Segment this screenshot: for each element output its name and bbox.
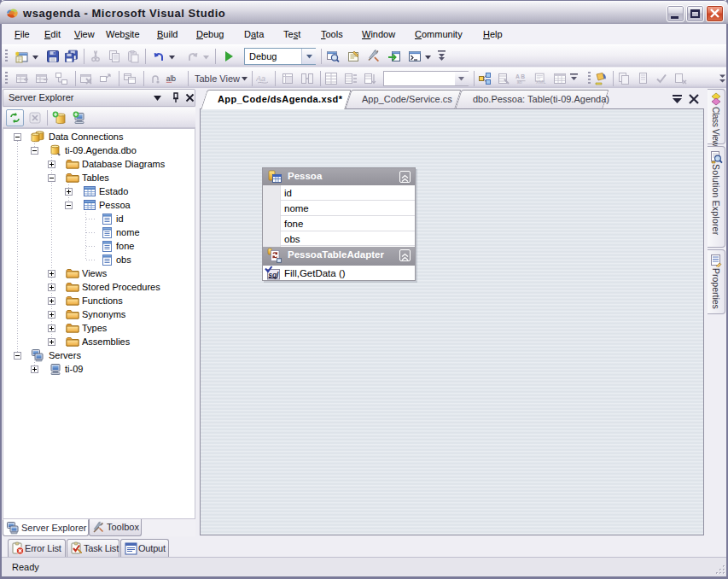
svg-text:A: A <box>515 73 520 79</box>
svg-text:XML: XML <box>536 79 547 85</box>
svg-text:B: B <box>521 73 525 79</box>
svg-text:Aa: Aa <box>256 74 265 83</box>
svg-text:alb: alb <box>166 74 177 83</box>
svg-text:ab: ab <box>517 79 522 85</box>
